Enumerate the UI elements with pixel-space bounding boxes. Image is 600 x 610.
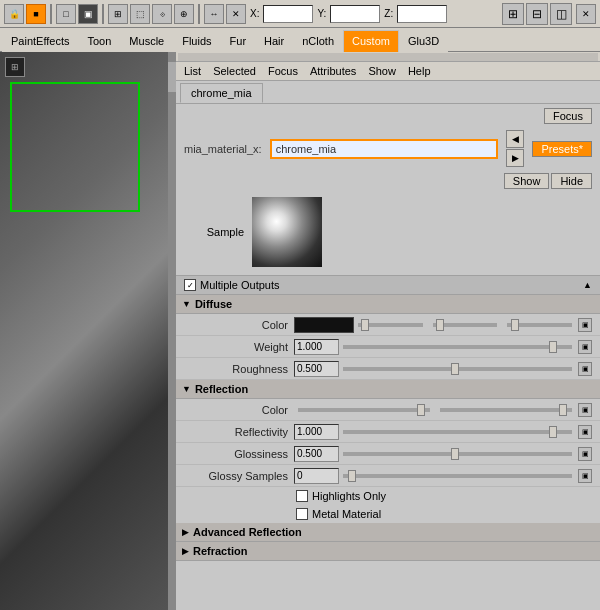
reflection-color-g-track[interactable]: [440, 408, 572, 412]
icon-1[interactable]: □: [56, 4, 76, 24]
diffuse-roughness-track[interactable]: [343, 367, 572, 371]
diffuse-weight-label: Weight: [184, 341, 294, 353]
attr-menu-focus[interactable]: Focus: [264, 64, 302, 78]
section-refraction[interactable]: ▶ Refraction: [176, 542, 600, 561]
tab-hair[interactable]: Hair: [255, 30, 293, 52]
section-diffuse[interactable]: ▼ Diffuse: [176, 295, 600, 314]
metal-material-label: Metal Material: [312, 508, 381, 520]
layout-icon-1[interactable]: ⊞: [502, 3, 524, 25]
tab-toon[interactable]: Toon: [79, 30, 121, 52]
attr-menu-attributes[interactable]: Attributes: [306, 64, 360, 78]
attrs-scroll[interactable]: ▼ Diffuse Color ▣ Weight: [176, 295, 600, 610]
tab-custom[interactable]: Custom: [343, 30, 399, 52]
collapse-right: ▲: [583, 280, 592, 290]
toolbar: 🔒 ■ □ ▣ ⊞ ⬚ ⟐ ⊕ ↔ ✕ X: Y: Z: ⊞ ⊟ ◫ ✕: [0, 0, 600, 28]
section-reflection[interactable]: ▼ Reflection: [176, 380, 600, 399]
icon-4[interactable]: ⬚: [130, 4, 150, 24]
icon-3[interactable]: ⊞: [108, 4, 128, 24]
reflection-title: Reflection: [195, 383, 248, 395]
glossy-samples-label: Glossy Samples: [184, 470, 294, 482]
diffuse-weight-input[interactable]: [294, 339, 339, 355]
tab-ncloth[interactable]: nCloth: [293, 30, 343, 52]
tab-painteffects[interactable]: PaintEffects: [2, 30, 79, 52]
attr-tab-chrome-mia[interactable]: chrome_mia: [180, 83, 263, 103]
material-next-btn[interactable]: ▶: [506, 149, 524, 167]
diffuse-weight-track[interactable]: [343, 345, 572, 349]
layout-icon-3[interactable]: ◫: [550, 3, 572, 25]
diffuse-weight-row: Weight ▣: [176, 336, 600, 358]
attr-menu-show[interactable]: Show: [364, 64, 400, 78]
diffuse-color-row: Color ▣: [176, 314, 600, 336]
diffuse-color-r-track[interactable]: [358, 323, 423, 327]
diffuse-color-g-track[interactable]: [433, 323, 498, 327]
panel-top-scrollbar[interactable]: [176, 52, 600, 62]
hide-button[interactable]: Hide: [551, 173, 592, 189]
diffuse-color-b-track[interactable]: [507, 323, 572, 327]
reflection-color-sliders: [294, 408, 576, 412]
lock-icon[interactable]: 🔒: [4, 4, 24, 24]
diffuse-color-map[interactable]: ▣: [578, 318, 592, 332]
glossy-samples-input[interactable]: [294, 468, 339, 484]
material-prev-btn[interactable]: ◀: [506, 130, 524, 148]
material-name-label: mia_material_x:: [184, 143, 262, 155]
advanced-reflection-arrow: ▶: [182, 527, 189, 537]
reflectivity-track[interactable]: [343, 430, 572, 434]
glossiness-track[interactable]: [343, 452, 572, 456]
layout-icon-2[interactable]: ⊟: [526, 3, 548, 25]
multiple-outputs-row: ✓ Multiple Outputs ▲: [176, 275, 600, 295]
close-icon[interactable]: ✕: [576, 4, 596, 24]
diffuse-color-swatch[interactable]: [294, 317, 354, 333]
glossiness-input[interactable]: [294, 446, 339, 462]
highlights-only-checkbox[interactable]: [296, 490, 308, 502]
tab-fluids[interactable]: Fluids: [173, 30, 220, 52]
focus-button[interactable]: Focus: [544, 108, 592, 124]
diffuse-roughness-input[interactable]: [294, 361, 339, 377]
presets-button[interactable]: Presets*: [532, 141, 592, 157]
tab-glu3d[interactable]: Glu3D: [399, 30, 448, 52]
reflectivity-input[interactable]: [294, 424, 339, 440]
icon-6[interactable]: ⊕: [174, 4, 194, 24]
glossy-samples-track[interactable]: [343, 474, 572, 478]
reflectivity-map[interactable]: ▣: [578, 425, 592, 439]
icon-2[interactable]: ▣: [78, 4, 98, 24]
multiple-outputs-checkbox[interactable]: ✓: [184, 279, 196, 291]
viewport-scrollbar[interactable]: [168, 52, 176, 610]
glossy-samples-map[interactable]: ▣: [578, 469, 592, 483]
glossiness-map[interactable]: ▣: [578, 447, 592, 461]
attr-menu-selected[interactable]: Selected: [209, 64, 260, 78]
render-icon[interactable]: ■: [26, 4, 46, 24]
glossiness-label: Glossiness: [184, 448, 294, 460]
x-label: X:: [250, 8, 259, 19]
show-hide-row: Show Hide: [176, 173, 600, 193]
tab-muscle[interactable]: Muscle: [120, 30, 173, 52]
attr-menu-list[interactable]: List: [180, 64, 205, 78]
arrow-buttons: ◀ ▶: [506, 130, 524, 167]
material-name-input[interactable]: [270, 139, 499, 159]
metal-material-checkbox[interactable]: [296, 508, 308, 520]
collapse-arrow[interactable]: ▲: [583, 280, 592, 290]
z-label: Z:: [384, 8, 393, 19]
material-name-row: mia_material_x: ◀ ▶ Presets*: [176, 124, 600, 173]
glossiness-slider-group: [339, 452, 576, 456]
reflection-color-map[interactable]: ▣: [578, 403, 592, 417]
refraction-title: Refraction: [193, 545, 247, 557]
y-input[interactable]: [330, 5, 380, 23]
viewport-icon: ⊞: [5, 57, 25, 77]
attr-editor-panel: List Selected Focus Attributes Show Help…: [176, 52, 600, 610]
reflection-color-r-track[interactable]: [298, 408, 430, 412]
multiple-outputs-label: Multiple Outputs: [200, 279, 279, 291]
diffuse-weight-slider-group: [339, 345, 576, 349]
icon-7[interactable]: ↔: [204, 4, 224, 24]
attr-menu-help[interactable]: Help: [404, 64, 435, 78]
viewport: ⊞: [0, 52, 176, 610]
show-button[interactable]: Show: [504, 173, 550, 189]
glossy-samples-slider-group: [339, 474, 576, 478]
section-advanced-reflection[interactable]: ▶ Advanced Reflection: [176, 523, 600, 542]
diffuse-weight-map[interactable]: ▣: [578, 340, 592, 354]
icon-5[interactable]: ⟐: [152, 4, 172, 24]
diffuse-roughness-map[interactable]: ▣: [578, 362, 592, 376]
tab-fur[interactable]: Fur: [221, 30, 256, 52]
x-input[interactable]: [263, 5, 313, 23]
z-input[interactable]: [397, 5, 447, 23]
icon-8[interactable]: ✕: [226, 4, 246, 24]
